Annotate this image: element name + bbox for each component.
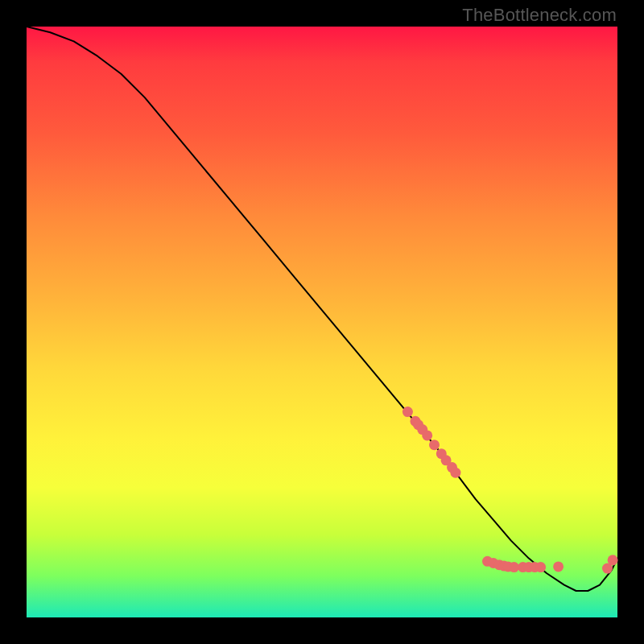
chart-svg: [27, 27, 617, 617]
data-marker: [402, 407, 413, 417]
data-marker: [509, 562, 519, 572]
plot-area: [27, 27, 617, 617]
data-markers: [402, 407, 618, 573]
chart-frame: TheBottleneck.com: [0, 0, 644, 644]
bottleneck-curve: [27, 27, 617, 591]
watermark-text: TheBottleneck.com: [462, 5, 617, 26]
data-marker: [608, 555, 618, 565]
data-marker: [429, 440, 440, 450]
data-marker: [535, 562, 546, 572]
data-marker: [422, 430, 432, 440]
data-marker: [450, 468, 460, 478]
data-marker: [553, 561, 564, 572]
